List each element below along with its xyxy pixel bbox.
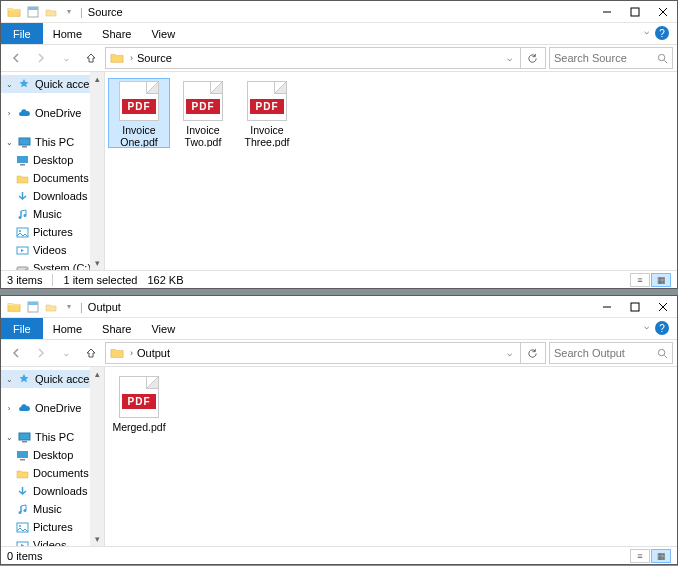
tab-home[interactable]: Home	[43, 23, 92, 44]
folder-icon	[107, 47, 126, 69]
search-input[interactable]: Search Source	[549, 47, 673, 69]
sidebar-item-onedrive[interactable]: › OneDrive	[1, 399, 104, 417]
breadcrumb[interactable]: Source	[137, 52, 172, 64]
sidebar-item-label: Documents	[33, 172, 89, 184]
qat-newfolder-icon[interactable]	[43, 4, 59, 20]
star-icon	[17, 372, 31, 386]
view-icons-button[interactable]: ▦	[651, 273, 671, 287]
file-name: Invoice Two.pdf	[173, 121, 233, 147]
sidebar-item-videos[interactable]: Videos	[1, 536, 104, 546]
file-tile[interactable]: PDFInvoice Three.pdf	[236, 78, 298, 148]
file-tile[interactable]: PDFMerged.pdf	[108, 373, 170, 443]
breadcrumb-chevron-icon[interactable]: ›	[130, 53, 133, 63]
titlebar[interactable]: ▾ | Source	[1, 1, 677, 23]
folder-icon	[4, 296, 23, 318]
sidebar-scrollbar[interactable]: ▴ ▾	[90, 72, 104, 270]
close-button[interactable]	[649, 296, 677, 318]
address-bar[interactable]: › Output ⌵	[105, 342, 546, 364]
ribbon-expand-icon[interactable]: ⌵	[644, 26, 649, 36]
qat-dropdown-icon[interactable]: ▾	[61, 4, 77, 20]
sidebar-scrollbar[interactable]: ▴ ▾	[90, 367, 104, 546]
sidebar-item-quick-access[interactable]: ⌄ Quick access	[1, 370, 104, 388]
search-input[interactable]: Search Output	[549, 342, 673, 364]
address-dropdown-icon[interactable]: ⌵	[503, 348, 516, 358]
sidebar-item-music[interactable]: Music	[1, 205, 104, 223]
qat-properties-icon[interactable]	[25, 4, 41, 20]
sidebar-item-system-c-[interactable]: System (C:)	[1, 259, 104, 270]
minimize-button[interactable]	[593, 296, 621, 318]
help-icon[interactable]: ?	[655, 26, 669, 40]
sidebar-item-quick-access[interactable]: ⌄ Quick access	[1, 75, 104, 93]
qat-dropdown-icon[interactable]: ▾	[61, 299, 77, 315]
tab-share[interactable]: Share	[92, 318, 141, 339]
svg-rect-36	[22, 441, 27, 443]
tab-view[interactable]: View	[141, 318, 185, 339]
scroll-up-icon[interactable]: ▴	[90, 367, 104, 381]
sidebar-item-desktop[interactable]: Desktop	[1, 446, 104, 464]
minimize-button[interactable]	[593, 1, 621, 23]
svg-point-18	[25, 268, 27, 270]
nav-forward-button[interactable]	[30, 47, 52, 69]
maximize-button[interactable]	[621, 296, 649, 318]
sidebar-item-pictures[interactable]: Pictures	[1, 518, 104, 536]
tab-file[interactable]: File	[1, 318, 43, 339]
svg-point-33	[658, 349, 664, 355]
svg-rect-1	[28, 7, 38, 10]
view-details-button[interactable]: ≡	[630, 273, 650, 287]
close-button[interactable]	[649, 1, 677, 23]
address-bar[interactable]: › Source ⌵	[105, 47, 546, 69]
svg-rect-10	[17, 156, 28, 163]
qat-newfolder-icon[interactable]	[43, 299, 59, 315]
navigation-pane: ⌄ Quick access › OneDrive ⌄ This PC Desk…	[1, 72, 105, 270]
sidebar-item-downloads[interactable]: Downloads	[1, 482, 104, 500]
scroll-up-icon[interactable]: ▴	[90, 72, 104, 86]
scroll-down-icon[interactable]: ▾	[90, 256, 104, 270]
view-icons-button[interactable]: ▦	[651, 549, 671, 563]
qat-properties-icon[interactable]	[25, 299, 41, 315]
breadcrumb-chevron-icon[interactable]: ›	[130, 348, 133, 358]
sidebar-item-label: Desktop	[33, 154, 73, 166]
nav-recent-dropdown[interactable]: ⌵	[55, 47, 77, 69]
refresh-button[interactable]	[520, 48, 544, 68]
view-details-button[interactable]: ≡	[630, 549, 650, 563]
sidebar-item-onedrive[interactable]: › OneDrive	[1, 104, 104, 122]
tab-view[interactable]: View	[141, 23, 185, 44]
svg-point-6	[658, 54, 664, 60]
sidebar-item-documents[interactable]: Documents	[1, 464, 104, 482]
sidebar-item-label: Pictures	[33, 521, 73, 533]
sidebar-item-desktop[interactable]: Desktop	[1, 151, 104, 169]
pc-icon	[17, 430, 31, 444]
refresh-button[interactable]	[520, 343, 544, 363]
sidebar-item-pictures[interactable]: Pictures	[1, 223, 104, 241]
maximize-button[interactable]	[621, 1, 649, 23]
nav-forward-button[interactable]	[30, 342, 52, 364]
nav-up-button[interactable]	[80, 47, 102, 69]
tab-home[interactable]: Home	[43, 318, 92, 339]
sidebar-item-documents[interactable]: Documents	[1, 169, 104, 187]
sidebar-item-downloads[interactable]: Downloads	[1, 187, 104, 205]
sidebar-item-label: OneDrive	[35, 402, 81, 414]
nav-recent-dropdown[interactable]: ⌵	[55, 342, 77, 364]
tab-share[interactable]: Share	[92, 23, 141, 44]
desktop-icon	[15, 448, 29, 462]
breadcrumb[interactable]: Output	[137, 347, 170, 359]
ribbon-expand-icon[interactable]: ⌵	[644, 321, 649, 331]
titlebar[interactable]: ▾ | Output	[1, 296, 677, 318]
nav-up-button[interactable]	[80, 342, 102, 364]
file-pane[interactable]: PDFMerged.pdf	[105, 367, 677, 546]
sidebar-item-this-pc[interactable]: ⌄ This PC	[1, 428, 104, 446]
tab-file[interactable]: File	[1, 23, 43, 44]
address-dropdown-icon[interactable]: ⌵	[503, 53, 516, 63]
sidebar-item-this-pc[interactable]: ⌄ This PC	[1, 133, 104, 151]
cloud-icon	[17, 401, 31, 415]
sidebar-item-music[interactable]: Music	[1, 500, 104, 518]
nav-back-button[interactable]	[5, 342, 27, 364]
file-tile[interactable]: PDFInvoice One.pdf	[108, 78, 170, 148]
nav-back-button[interactable]	[5, 47, 27, 69]
help-icon[interactable]: ?	[655, 321, 669, 335]
sidebar-item-label: OneDrive	[35, 107, 81, 119]
scroll-down-icon[interactable]: ▾	[90, 532, 104, 546]
file-pane[interactable]: PDFInvoice One.pdfPDFInvoice Two.pdfPDFI…	[105, 72, 677, 270]
sidebar-item-videos[interactable]: Videos	[1, 241, 104, 259]
file-tile[interactable]: PDFInvoice Two.pdf	[172, 78, 234, 148]
